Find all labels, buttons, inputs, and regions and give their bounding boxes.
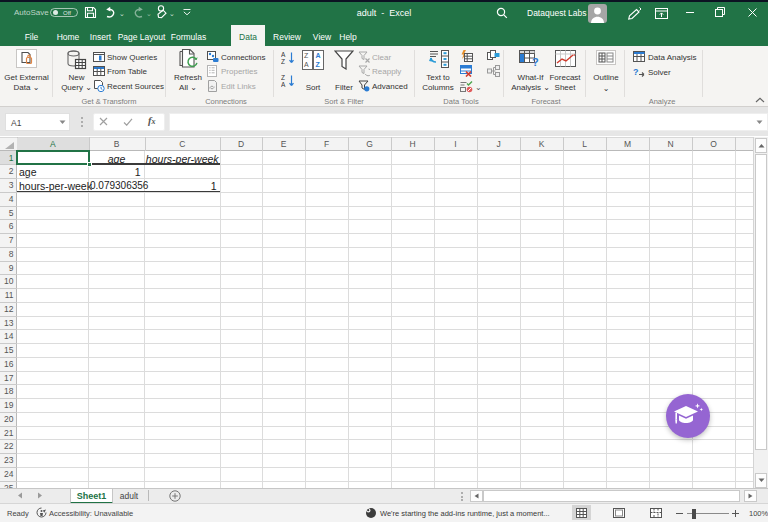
svg-text:?: ? — [532, 56, 539, 67]
svg-text:A: A — [281, 81, 286, 88]
svg-text:Z: Z — [281, 58, 285, 65]
svg-text:Z: Z — [316, 61, 321, 68]
svg-text:Z: Z — [304, 52, 309, 59]
svg-text:A: A — [281, 51, 286, 58]
svg-text:?: ? — [633, 67, 639, 77]
svg-text:A: A — [316, 52, 321, 59]
svg-text:Z: Z — [281, 74, 285, 81]
svg-text:A: A — [304, 61, 309, 68]
